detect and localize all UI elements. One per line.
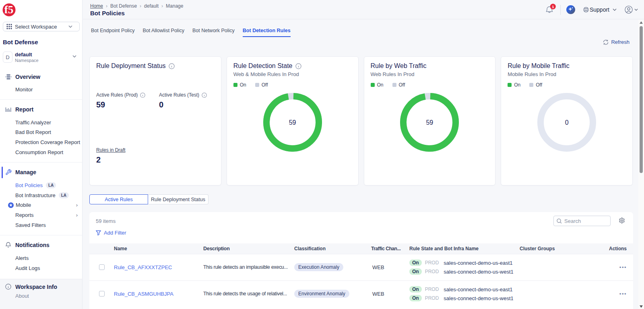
svg-text:f5: f5 — [4, 4, 14, 16]
svg-text:1: 1 — [552, 4, 554, 9]
